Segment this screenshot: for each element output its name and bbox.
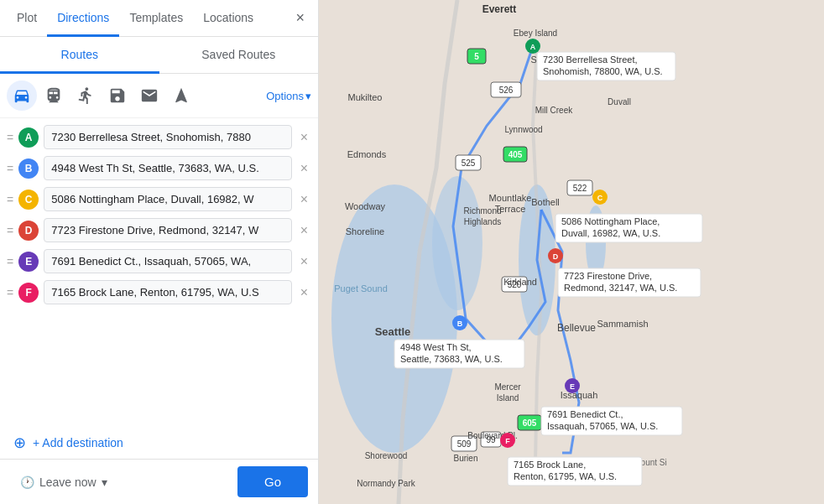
waypoint-input-E[interactable]	[44, 249, 291, 273]
chevron-down-icon: ▾	[305, 90, 311, 102]
svg-text:605: 605	[523, 418, 537, 428]
svg-text:Redmond, 32147, WA, U.S.: Redmond, 32147, WA, U.S.	[564, 283, 677, 293]
svg-text:Bothell: Bothell	[531, 197, 560, 207]
waypoint-input-B[interactable]	[44, 156, 291, 180]
waypoints-list: = A × = B × = C × = D × = E × = F	[0, 118, 318, 427]
svg-text:405: 405	[508, 150, 523, 159]
svg-text:7165 Brock Lane,: 7165 Brock Lane,	[514, 460, 586, 470]
drag-handle[interactable]: =	[7, 224, 13, 237]
waypoint-letter-D: D	[18, 221, 39, 241]
close-button[interactable]: ×	[289, 3, 311, 34]
svg-text:D: D	[553, 252, 559, 261]
svg-text:525: 525	[462, 158, 476, 168]
drag-handle[interactable]: =	[7, 131, 13, 144]
transport-row: Options ▾	[0, 74, 318, 118]
svg-text:C: C	[597, 194, 603, 202]
drag-handle[interactable]: =	[7, 162, 13, 175]
svg-text:Ebey Island: Ebey Island	[514, 29, 557, 38]
svg-text:509: 509	[457, 439, 472, 449]
drag-handle[interactable]: =	[7, 193, 13, 206]
svg-text:7230 Berrellesa Street,: 7230 Berrellesa Street,	[543, 55, 638, 65]
svg-text:Renton, 61795, WA, U.S.: Renton, 61795, WA, U.S.	[514, 471, 617, 481]
svg-text:7723 Firestone Drive,: 7723 Firestone Drive,	[564, 271, 652, 281]
waypoint-row: = B ×	[0, 153, 318, 184]
leave-now-button[interactable]: 🕐 Leave now ▾	[10, 469, 117, 496]
svg-text:Burien: Burien	[454, 454, 478, 463]
tab-directions[interactable]: Directions	[47, 0, 119, 37]
waypoint-row: = A ×	[0, 122, 318, 153]
tab-routes[interactable]: Routes	[0, 37, 159, 74]
tab-templates[interactable]: Templates	[119, 0, 193, 37]
clock-icon: 🕐	[20, 475, 34, 489]
waypoint-input-F[interactable]	[44, 280, 291, 304]
svg-text:Bellevue: Bellevue	[557, 322, 596, 334]
svg-text:Shorewood: Shorewood	[365, 451, 408, 460]
waypoint-row: = C ×	[0, 184, 318, 215]
bottom-row: 🕐 Leave now ▾ Go	[0, 459, 318, 504]
tab-plot[interactable]: Plot	[7, 0, 47, 37]
svg-text:E: E	[570, 382, 575, 391]
waypoint-letter-F: F	[18, 283, 39, 303]
svg-text:Lynnwood: Lynnwood	[504, 125, 542, 134]
waypoint-clear-E[interactable]: ×	[297, 252, 311, 271]
waypoint-letter-A: A	[18, 127, 39, 148]
waypoint-input-C[interactable]	[44, 187, 291, 211]
svg-text:5086 Nottingham Place,: 5086 Nottingham Place,	[561, 216, 660, 226]
waypoint-input-D[interactable]	[44, 218, 291, 242]
waypoint-clear-A[interactable]: ×	[297, 128, 311, 147]
waypoint-row: = E ×	[0, 246, 318, 277]
svg-text:B: B	[457, 320, 463, 328]
waypoint-clear-B[interactable]: ×	[297, 159, 311, 178]
svg-text:A: A	[530, 43, 536, 51]
tab-saved-routes[interactable]: Saved Routes	[159, 37, 319, 74]
waypoint-clear-F[interactable]: ×	[297, 283, 311, 302]
svg-text:Issaquah: Issaquah	[561, 390, 598, 400]
svg-text:7691 Benedict Ct.,: 7691 Benedict Ct.,	[547, 409, 623, 419]
tab-locations[interactable]: Locations	[193, 0, 263, 37]
chevron-down-icon: ▾	[102, 475, 107, 489]
svg-text:Kirkland: Kirkland	[503, 277, 537, 287]
svg-text:Shoreline: Shoreline	[346, 226, 384, 236]
waypoint-clear-C[interactable]: ×	[297, 190, 311, 209]
drag-handle[interactable]: =	[7, 286, 13, 299]
svg-text:Puget Sound: Puget Sound	[334, 283, 388, 294]
svg-text:Snohomish, 78800, WA, U.S.: Snohomish, 78800, WA, U.S.	[543, 66, 663, 76]
svg-text:Duvall, 16982, WA, U.S.: Duvall, 16982, WA, U.S.	[561, 228, 660, 238]
svg-text:522: 522	[573, 184, 587, 193]
map-area: 526 5 525 405 522 520 605 99 509 90 Ever…	[319, 0, 824, 504]
svg-text:526: 526	[499, 86, 514, 95]
drag-handle[interactable]: =	[7, 255, 13, 268]
add-destination-button[interactable]: ⊕ + Add destination	[0, 427, 318, 459]
waypoint-row: = D ×	[0, 215, 318, 246]
svg-text:Normandy Park: Normandy Park	[357, 479, 415, 488]
svg-text:Seattle: Seattle	[375, 325, 411, 338]
svg-text:Duvall: Duvall	[608, 97, 631, 107]
transport-navigate[interactable]	[166, 81, 196, 111]
svg-text:Edmonds: Edmonds	[347, 149, 387, 159]
waypoint-clear-D[interactable]: ×	[297, 221, 311, 240]
top-tabs: Plot Directions Templates Locations ×	[0, 0, 318, 37]
waypoint-letter-E: E	[18, 252, 39, 272]
go-button[interactable]: Go	[237, 466, 308, 497]
svg-text:Mukilteo: Mukilteo	[348, 92, 383, 102]
waypoint-row: = F ×	[0, 277, 318, 308]
transport-walk[interactable]	[70, 81, 101, 111]
sub-tabs: Routes Saved Routes	[0, 37, 318, 74]
waypoint-input-A[interactable]	[44, 125, 291, 149]
waypoint-letter-B: B	[18, 158, 39, 179]
map-svg: 526 5 525 405 522 520 605 99 509 90 Ever…	[319, 0, 824, 504]
transport-save[interactable]	[102, 81, 133, 111]
svg-text:Issaquah, 57065, WA, U.S.: Issaquah, 57065, WA, U.S.	[547, 421, 658, 431]
svg-text:F: F	[505, 437, 510, 445]
svg-text:Everett: Everett	[482, 3, 517, 15]
svg-text:Seattle, 73683, WA, U.S.: Seattle, 73683, WA, U.S.	[400, 354, 503, 364]
svg-text:5: 5	[474, 52, 479, 61]
options-button[interactable]: Options ▾	[266, 90, 311, 102]
plus-icon: ⊕	[13, 434, 26, 452]
transport-mail[interactable]	[134, 81, 164, 111]
transport-car[interactable]	[7, 81, 37, 111]
transport-transit[interactable]	[39, 81, 69, 111]
svg-text:Woodway: Woodway	[345, 201, 386, 211]
svg-text:Sammamish: Sammamish	[597, 319, 648, 329]
svg-text:Mill Creek: Mill Creek	[535, 106, 573, 115]
